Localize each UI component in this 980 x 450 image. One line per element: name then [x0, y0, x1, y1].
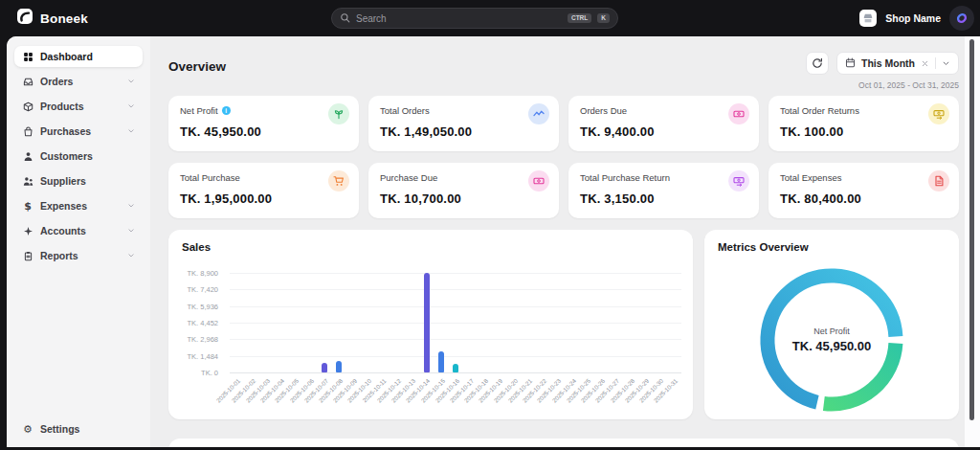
stat-cards-grid: Net ProfitiTK. 45,950.00Total OrdersTK. …: [168, 96, 959, 218]
stat-card-label: Total Expenses: [780, 172, 841, 183]
period-dropdown[interactable]: This Month: [836, 52, 959, 75]
y-tick-label: TK. 4,452: [187, 319, 218, 327]
sidebar-item-label: Customers: [40, 150, 93, 162]
stat-card-label: Net Profit: [180, 105, 218, 116]
scrollbar-thumb[interactable]: [969, 39, 974, 420]
receipt-icon: [928, 170, 949, 191]
y-tick-label: TK. 7,420: [187, 285, 218, 294]
cart-icon: [328, 170, 349, 191]
period-label: This Month: [861, 57, 915, 69]
logo-text: Boneek: [40, 11, 88, 26]
sidebar-item-label: Orders: [40, 76, 73, 87]
dashboard-icon: [22, 52, 33, 62]
app-logo[interactable]: Boneek: [0, 8, 88, 29]
chevron-down-icon: [127, 78, 135, 85]
stat-card-label: Total Purchase Return: [580, 172, 670, 183]
sales-bar-2025-10-16[interactable]: [453, 364, 458, 372]
stat-card-value: TK. 10,700.00: [380, 191, 547, 206]
sales-bar-2025-10-15[interactable]: [438, 351, 444, 372]
orders-icon: [22, 77, 33, 87]
banknote-icon: [728, 103, 749, 124]
sidebar-item-purchases[interactable]: Purchases: [14, 121, 143, 142]
stat-card-label: Orders Due: [580, 105, 627, 116]
stat-card-net-profit: Net ProfitiTK. 45,950.00: [168, 96, 359, 151]
scrollbar-track[interactable]: [965, 36, 980, 447]
sidebar-item-label: Purchases: [40, 125, 91, 137]
shop-name[interactable]: Shop Name: [885, 12, 941, 24]
page-title: Overview: [168, 59, 226, 74]
sidebar-item-reports[interactable]: Reports: [14, 245, 143, 266]
stat-card-total-orders: Total OrdersTK. 1,49,050.00: [368, 96, 559, 151]
stat-card-total-order-returns: Total Order ReturnsTK. 100.00: [768, 96, 959, 151]
gridline: [230, 372, 681, 373]
sales-bar-2025-10-07[interactable]: [322, 363, 327, 373]
stat-card-value: TK. 1,95,000.00: [180, 191, 347, 206]
stat-card-value: TK. 9,400.00: [580, 124, 747, 139]
sidebar-item-dashboard[interactable]: Dashboard: [14, 46, 143, 67]
sidebar-item-expenses[interactable]: $Expenses: [14, 195, 143, 216]
sidebar-item-label: Accounts: [40, 225, 86, 236]
search-bar[interactable]: CTRL K: [331, 8, 618, 29]
sidebar-item-customers[interactable]: Customers: [14, 146, 143, 167]
sales-chart-title: Sales: [182, 241, 211, 253]
accounts-icon: [22, 226, 33, 236]
stat-card-value: TK. 80,400.00: [780, 191, 947, 206]
stat-card-value: TK. 1,49,050.00: [380, 124, 547, 139]
sales-bar-2025-10-14[interactable]: [424, 273, 430, 372]
sidebar-item-label: Products: [40, 101, 84, 112]
stat-card-total-purchase: Total PurchaseTK. 1,95,000.00: [168, 163, 359, 218]
trend-icon: [528, 103, 549, 124]
y-tick-label: TK. 1,484: [187, 352, 218, 361]
boneek-logo-icon: [16, 8, 33, 29]
sidebar-item-label: Reports: [40, 250, 78, 261]
refresh-button[interactable]: [806, 52, 829, 75]
chevron-down-icon: [127, 227, 135, 235]
donut-center-value: TK. 45,950.00: [792, 339, 871, 353]
sidebar-item-label: Dashboard: [40, 51, 93, 62]
gridline: [230, 289, 681, 290]
chevron-down-icon[interactable]: [942, 55, 950, 72]
sales-bar-2025-10-08[interactable]: [336, 361, 342, 372]
sidebar-item-label: Suppliers: [40, 175, 86, 187]
stat-card-label: Total Purchase: [180, 172, 240, 183]
gridline: [230, 356, 681, 357]
sidebar-item-accounts[interactable]: Accounts: [14, 220, 143, 241]
calendar-icon: [845, 55, 856, 72]
stat-card-purchase-due: Purchase DueTK. 10,700.00: [368, 163, 559, 218]
date-range: Oct 01, 2025 - Oct 31, 2025: [858, 80, 959, 90]
search-input[interactable]: [356, 13, 562, 24]
chevron-down-icon: [127, 102, 135, 110]
user-avatar[interactable]: [949, 6, 974, 31]
dropdown-divider: [935, 57, 936, 69]
gridline: [230, 339, 681, 340]
sidebar-item-label: Expenses: [40, 200, 87, 212]
shop-icon: [859, 10, 877, 27]
chevron-down-icon: [127, 252, 135, 259]
metrics-overview-card: Metrics Overview Net Profit TK. 45,950.0…: [704, 230, 959, 419]
sales-plot-area: [230, 273, 681, 372]
sidebar-item-suppliers[interactable]: Suppliers: [14, 170, 143, 191]
sidebar-item-label: Settings: [40, 423, 79, 435]
sales-y-axis: TK. 8,900TK. 7,420TK. 5,936TK. 4,452TK. …: [168, 273, 224, 372]
info-icon[interactable]: i: [222, 106, 231, 115]
suppliers-icon: [22, 176, 33, 187]
gridline: [230, 273, 681, 274]
reports-icon: [22, 251, 33, 261]
sales-chart-card: Sales TK. 8,900TK. 7,420TK. 5,936TK. 4,4…: [168, 230, 693, 419]
chevron-down-icon: [127, 202, 135, 210]
y-tick-label: TK. 2,968: [187, 335, 218, 344]
sidebar-item-settings[interactable]: ⚙ Settings: [14, 418, 143, 439]
purchases-icon: [22, 126, 33, 137]
customers-icon: [22, 151, 33, 162]
metrics-title: Metrics Overview: [718, 241, 809, 253]
sidebar-item-orders[interactable]: Orders: [14, 71, 143, 92]
banknote-icon: [528, 170, 549, 191]
donut-center-text: Net Profit TK. 45,950.00: [755, 263, 908, 416]
stat-card-orders-due: Orders DueTK. 9,400.00: [568, 96, 759, 151]
sidebar-nav: DashboardOrdersProductsPurchasesCustomer…: [7, 46, 150, 266]
sprout-icon: [328, 103, 349, 124]
clear-icon[interactable]: [921, 55, 929, 72]
sidebar-item-products[interactable]: Products: [14, 96, 143, 117]
y-tick-label: TK. 0: [201, 369, 218, 377]
stat-card-total-expenses: Total ExpensesTK. 80,400.00: [768, 163, 959, 218]
